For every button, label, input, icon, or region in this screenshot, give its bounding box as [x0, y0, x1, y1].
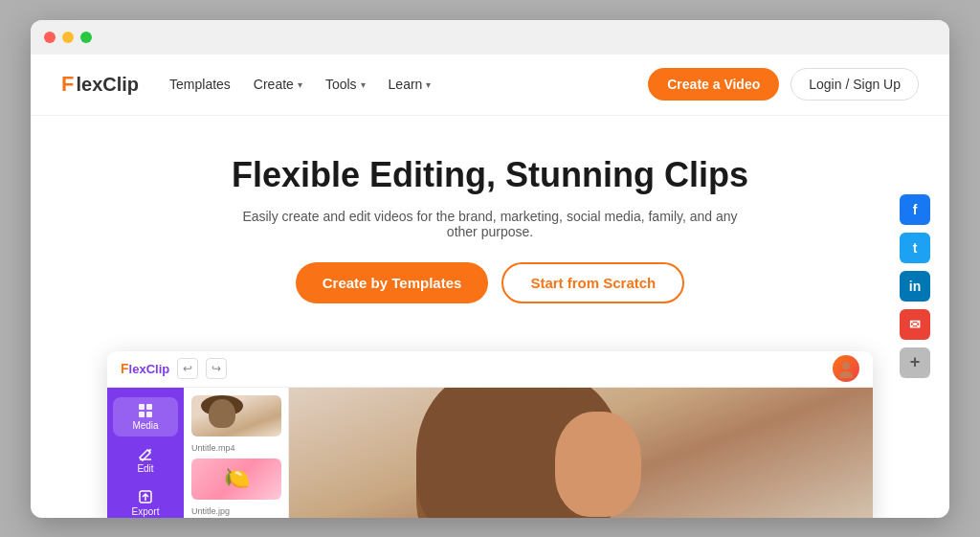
more-button[interactable]: + — [900, 347, 930, 378]
twitter-button[interactable]: t — [900, 233, 930, 263]
svg-rect-4 — [139, 412, 145, 417]
media-thumb-image[interactable] — [191, 459, 281, 500]
svg-point-0 — [842, 362, 850, 369]
app-topbar: FlexClip ↩ ↪ — [107, 351, 873, 388]
page-content: F lexClip Templates Create ▾ Tools ▾ Lea… — [31, 55, 949, 518]
svg-rect-2 — [139, 404, 145, 410]
facebook-button[interactable]: f — [900, 194, 930, 225]
app-logo-f: F — [121, 361, 129, 376]
browser-chrome — [31, 20, 949, 55]
app-controls: ↩ ↪ — [177, 358, 227, 379]
nav-actions: Create a Video Login / Sign Up — [648, 68, 919, 101]
browser-window: F lexClip Templates Create ▾ Tools ▾ Lea… — [31, 20, 949, 518]
hero-subtitle: Easily create and edit videos for the br… — [232, 209, 748, 239]
login-button[interactable]: Login / Sign Up — [791, 68, 919, 101]
app-window: FlexClip ↩ ↪ — [107, 351, 873, 518]
chevron-down-icon: ▾ — [426, 79, 431, 90]
hero-title: Flexible Editing, Stunning Clips — [50, 154, 930, 195]
redo-button[interactable]: ↪ — [206, 358, 227, 379]
app-main: Untitle.mp4 Untitle.jpg — [184, 388, 873, 518]
app-logo-rest: lexClip — [129, 362, 170, 376]
hero-buttons: Create by Templates Start from Scratch — [50, 262, 930, 303]
chevron-down-icon: ▾ — [298, 79, 302, 90]
portrait-face — [555, 412, 641, 517]
media-thumb-video[interactable] — [191, 395, 281, 436]
nav-create[interactable]: Create ▾ — [254, 77, 302, 92]
logo-rest: lexClip — [76, 74, 139, 96]
nav-tools[interactable]: Tools ▾ — [325, 77, 366, 92]
navbar: F lexClip Templates Create ▾ Tools ▾ Lea… — [31, 55, 949, 116]
sidebar-item-edit[interactable]: Edit — [113, 440, 178, 480]
nav-links: Templates Create ▾ Tools ▾ Learn ▾ — [169, 77, 648, 92]
nav-learn[interactable]: Learn ▾ — [389, 77, 432, 92]
hero-section: Flexible Editing, Stunning Clips Easily … — [31, 116, 949, 351]
media-filename-image: Untitle.jpg — [191, 506, 280, 516]
svg-rect-5 — [146, 412, 152, 417]
maximize-dot[interactable] — [80, 32, 92, 43]
svg-rect-3 — [146, 404, 152, 410]
logo[interactable]: F lexClip — [61, 72, 139, 97]
preview-canvas[interactable] — [289, 388, 873, 518]
logo-f: F — [61, 72, 74, 97]
social-sidebar: f t in ✉ + — [900, 194, 930, 378]
sidebar-item-export[interactable]: Export — [113, 483, 178, 518]
app-body: Media Edit — [107, 388, 873, 518]
chevron-down-icon: ▾ — [361, 79, 366, 90]
svg-point-1 — [839, 371, 853, 378]
app-preview: FlexClip ↩ ↪ — [107, 351, 873, 518]
close-dot[interactable] — [44, 32, 56, 43]
create-by-templates-button[interactable]: Create by Templates — [296, 262, 489, 303]
create-video-button[interactable]: Create a Video — [648, 68, 779, 101]
media-filename-video: Untitle.mp4 — [191, 443, 280, 453]
sidebar-label-export: Export — [132, 506, 160, 517]
sidebar-item-media[interactable]: Media — [113, 397, 178, 436]
nav-templates[interactable]: Templates — [169, 77, 231, 92]
sidebar-label-edit: Edit — [137, 463, 153, 474]
app-logo: FlexClip — [121, 361, 169, 376]
avatar — [833, 355, 859, 382]
app-sidebar: Media Edit — [107, 388, 184, 518]
preview-image — [289, 388, 873, 518]
minimize-dot[interactable] — [62, 32, 74, 43]
start-from-scratch-button[interactable]: Start from Scratch — [501, 262, 684, 303]
email-button[interactable]: ✉ — [900, 309, 930, 340]
undo-button[interactable]: ↩ — [177, 358, 198, 379]
linkedin-button[interactable]: in — [900, 271, 930, 302]
media-panel: Untitle.mp4 Untitle.jpg — [184, 388, 289, 518]
sidebar-label-media: Media — [132, 420, 158, 431]
